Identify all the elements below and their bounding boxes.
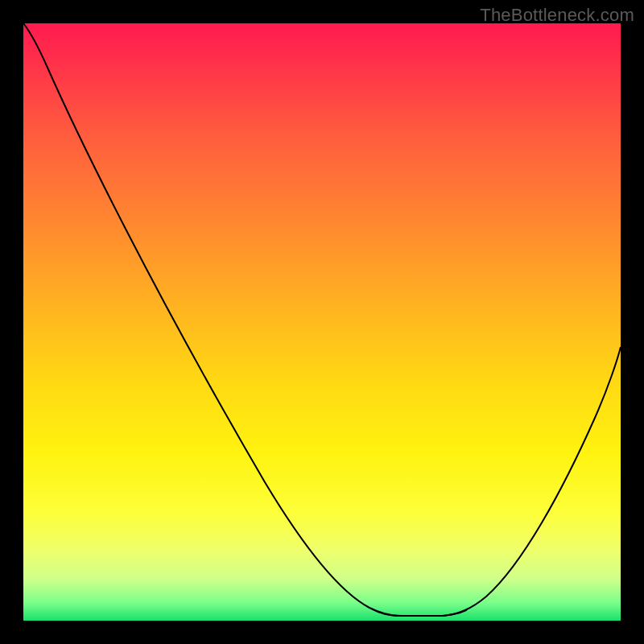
bottleneck-curve [23, 23, 621, 616]
chart-container: TheBottleneck.com [0, 0, 644, 644]
optimal-range-marker [371, 609, 466, 616]
watermark-text: TheBottleneck.com [480, 5, 634, 26]
curve-svg [23, 23, 621, 621]
plot-area [23, 23, 621, 621]
